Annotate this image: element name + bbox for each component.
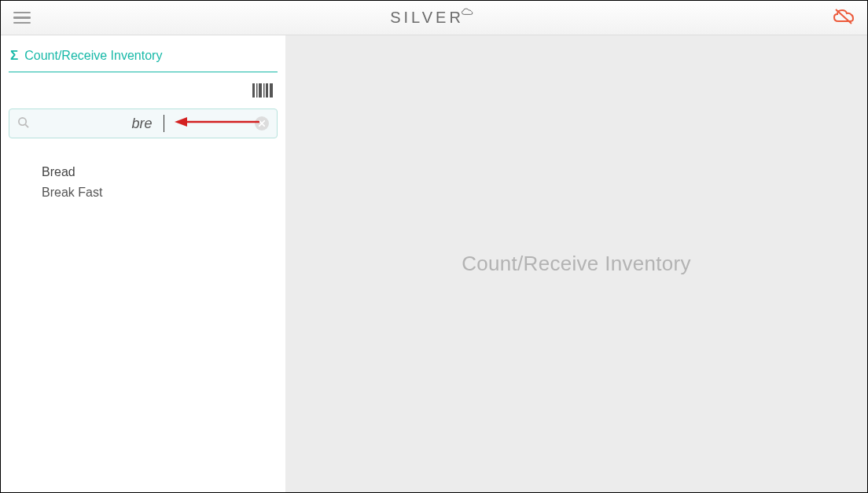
svg-rect-5 — [266, 83, 268, 97]
search-icon — [17, 116, 29, 131]
search-container — [9, 109, 278, 138]
search-results: Bread Break Fast — [9, 138, 278, 202]
svg-point-7 — [19, 117, 26, 124]
svg-line-8 — [25, 124, 28, 127]
text-cursor — [164, 115, 164, 132]
main-area: Σ Count/Receive Inventory — [1, 35, 867, 492]
svg-rect-6 — [270, 83, 273, 97]
section-header: Σ Count/Receive Inventory — [9, 46, 278, 72]
cloud-icon — [461, 2, 473, 20]
clear-search-icon[interactable] — [255, 116, 269, 131]
barcode-icon[interactable] — [252, 83, 273, 101]
brand-text: SILVER — [390, 9, 464, 27]
menu-icon[interactable] — [13, 12, 31, 24]
list-item[interactable]: Bread — [42, 162, 270, 182]
content-area: Count/Receive Inventory — [285, 35, 867, 492]
svg-rect-2 — [256, 83, 258, 97]
search-input[interactable] — [35, 116, 248, 132]
section-title-text: Count/Receive Inventory — [24, 49, 162, 63]
svg-rect-1 — [252, 83, 255, 97]
svg-rect-4 — [263, 83, 265, 97]
sigma-icon: Σ — [10, 48, 18, 64]
sidebar: Σ Count/Receive Inventory — [1, 35, 285, 492]
app-header: SILVER — [1, 1, 867, 35]
list-item[interactable]: Break Fast — [42, 182, 270, 203]
sidebar-toolbar — [9, 72, 278, 109]
svg-rect-3 — [259, 83, 262, 97]
brand-logo: SILVER — [390, 9, 478, 27]
content-placeholder: Count/Receive Inventory — [462, 252, 691, 276]
cloud-offline-icon[interactable] — [833, 8, 855, 28]
